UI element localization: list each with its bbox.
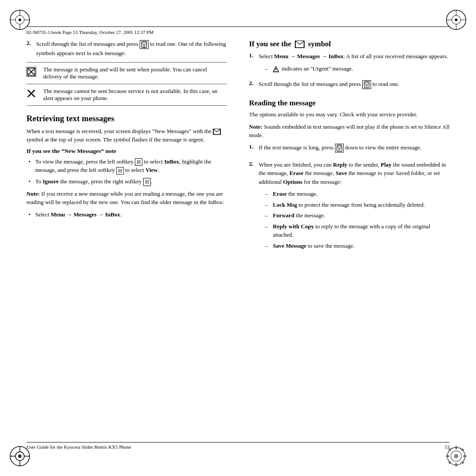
dash-lockmsg-text: Lock Msg to protect the message from bei… (273, 201, 425, 209)
note-sounds: Note: Sounds embedded in text messages w… (249, 123, 450, 140)
pending-icon-text: The message is pending and will be sent … (43, 66, 227, 80)
dash-list-urgent: – indicates an "Urgent" message. (265, 64, 450, 73)
softkey-left-2: ⊟ (116, 167, 124, 175)
left-step2-text: Scroll through the list of messages and … (36, 41, 226, 56)
svg-point-23 (454, 454, 458, 458)
left-column: 2. Scroll through the list of messages a… (26, 40, 231, 441)
dash-item-erase: – Erase the message. (265, 190, 450, 198)
svg-point-55 (366, 86, 367, 87)
header-text: 82-N8735-1.book Page 53 Thursday, Octobe… (26, 30, 153, 35)
icon-box-failed: The message cannot be sent because servi… (26, 84, 227, 106)
bullet-inbox-text: Select Menu → Messages → InBox. (35, 210, 122, 219)
right-step2-content: Scroll through the list of messages and … (259, 80, 450, 93)
svg-rect-24 (455, 446, 457, 449)
dash-item-forward: – Forward the message. (265, 211, 450, 220)
reading-step1: 1. If the text message is long, press do… (249, 143, 450, 156)
bullet-list-inbox: • Select Menu → Messages → InBox. (26, 210, 227, 219)
reading-step2-text: When you are finished, you can Reply to … (259, 160, 450, 186)
dash-item-urgent: – indicates an "Urgent" message. (265, 64, 450, 73)
dash-forward-text: Forward the message. (273, 211, 325, 220)
reading-step1-text: If the text message is long, press down … (259, 143, 450, 152)
right-step1-text: Select Menu → Messages → InBox. A list o… (259, 52, 450, 61)
dash-item-savemessage: – Save Message to save the message. (265, 242, 450, 250)
subsection-heading-new-messages: If you see the “New Messages” note (26, 148, 227, 155)
dash-sym-forward: – (265, 211, 270, 220)
reading-heading: Reading the message (249, 99, 450, 108)
right-heading-suffix: symbol (308, 40, 331, 48)
svg-rect-33 (142, 42, 145, 45)
softkey-left-1: ⊟ (135, 158, 142, 166)
right-heading-envelope: If you see the symbol (249, 40, 450, 48)
bullet-item-inbox: • Select Menu → Messages → InBox. (26, 210, 227, 219)
right-heading-prefix: If you see the (249, 40, 291, 48)
dash-sym-urgent: – (265, 64, 270, 73)
dash-list-options: – Erase the message. – Lock Msg to prote… (265, 190, 450, 250)
bullet-item-ignore: • To Ignore the message, press the right… (26, 177, 227, 186)
bullet-item-view: • To view the message, press the left so… (26, 157, 227, 175)
dash-erase-text: Erase the message. (273, 190, 317, 198)
reading-body: The options available to you may vary. C… (249, 110, 450, 119)
dash-replycopy-text: Reply with Copy to reply to the message … (273, 222, 450, 239)
right-step2-text: Scroll through the list of messages and … (259, 80, 450, 89)
reading-step1-content: If the text message is long, press down … (259, 143, 450, 156)
svg-rect-57 (338, 146, 340, 148)
note-new-message: Note: If you receive a new message while… (26, 190, 227, 207)
dash-savemessage-text: Save Message to save the message. (273, 242, 355, 250)
right-column: If you see the symbol 1. Select Menu → M… (245, 40, 450, 441)
reading-step2: 2. When you are finished, you can Reply … (249, 160, 450, 253)
right-step1: 1. Select Menu → Messages → InBox. A lis… (249, 52, 450, 75)
dash-item-replycopy: – Reply with Copy to reply to the messag… (265, 222, 450, 239)
pending-icon-area (26, 66, 39, 80)
svg-point-52 (275, 71, 276, 71)
footer-bar: User Guide for the Kyocera Slider Remix … (26, 442, 450, 450)
reading-step2-num: 2. (249, 160, 256, 253)
right-step1-num: 1. (249, 52, 256, 75)
dash-sym-lockmsg: – (265, 201, 270, 209)
section-heading-retrieving: Retrieving text messages (26, 114, 227, 123)
reading-step1-num: 1. (249, 143, 256, 156)
header-bar: 82-N8735-1.book Page 53 Thursday, Octobe… (26, 26, 450, 36)
dash-sym-erase: – (265, 190, 270, 198)
content-area: 2. Scroll through the list of messages a… (26, 40, 450, 441)
left-step2-content: Scroll through the list of messages and … (36, 40, 227, 58)
svg-point-16 (18, 454, 22, 458)
reading-step2-content: When you are finished, you can Reply to … (259, 160, 450, 253)
right-step2-num: 2. (249, 80, 256, 93)
footer-page: 53 (445, 444, 450, 450)
failed-icon-area (26, 88, 39, 102)
svg-point-34 (143, 45, 145, 47)
svg-point-9 (455, 19, 457, 21)
dash-urgent-text: indicates an "Urgent" message. (273, 64, 353, 73)
svg-rect-26 (446, 455, 449, 457)
bullet-view-text: To view the message, press the left soft… (35, 157, 227, 175)
icon-box-pending: The message is pending and will be sent … (26, 62, 227, 84)
left-step2: 2. Scroll through the list of messages a… (26, 40, 227, 58)
phone-icon-inline (140, 41, 150, 47)
failed-icon-text: The message cannot be sent because servi… (43, 88, 227, 102)
svg-point-58 (338, 149, 340, 150)
right-step2: 2. Scroll through the list of messages a… (249, 80, 450, 93)
bullet-dot-1: • (26, 157, 33, 175)
bullet-list-new-messages: • To view the message, press the left so… (26, 157, 227, 186)
dash-sym-savemessage: – (265, 242, 270, 250)
footer-left: User Guide for the Kyocera Slider Remix … (26, 444, 131, 450)
right-step1-content: Select Menu → Messages → InBox. A list o… (259, 52, 450, 75)
bullet-dot-inbox: • (26, 210, 33, 219)
dash-sym-replycopy: – (265, 222, 270, 239)
bullet-ignore-text: To Ignore the message, press the right s… (35, 177, 152, 186)
section-body: When a text message is received, your sc… (26, 127, 227, 144)
bullet-dot-2: • (26, 177, 33, 186)
svg-rect-27 (463, 455, 466, 457)
dash-item-lockmsg: – Lock Msg to protect the message from b… (265, 201, 450, 209)
svg-rect-25 (455, 463, 457, 466)
svg-point-2 (19, 19, 21, 21)
left-step2-num: 2. (26, 40, 33, 58)
softkey-right-1: ⊟ (143, 178, 151, 186)
svg-rect-54 (365, 82, 368, 85)
